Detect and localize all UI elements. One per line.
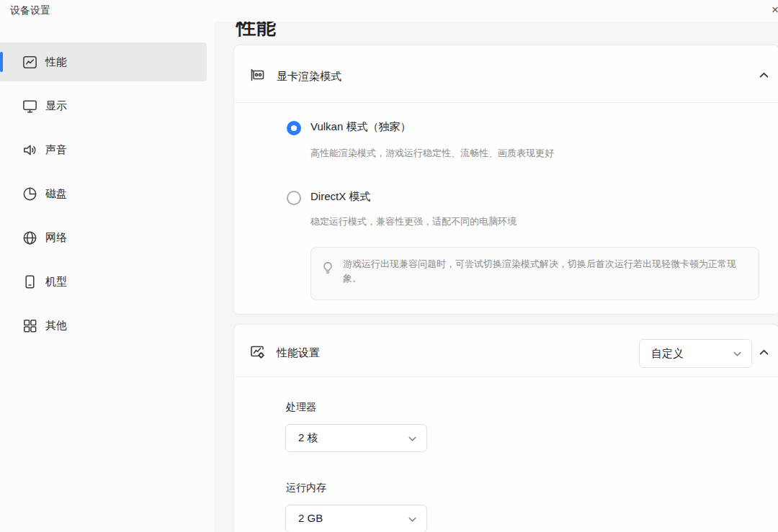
ram-field-label: 运行内存 — [286, 482, 326, 495]
gpu-render-mode-card: 显卡渲染模式 Vulkan 模式（独家） 高性能渲染模式，游戏运行稳定性、流畅性… — [233, 45, 778, 315]
sidebar-item-label: 显示 — [45, 99, 67, 113]
cpu-dropdown[interactable]: 2 核 — [285, 424, 427, 452]
gpu-card-header: 显卡渲染模式 — [234, 45, 778, 103]
sidebar-item-label: 机型 — [45, 275, 67, 289]
ram-dropdown[interactable]: 2 GB — [285, 505, 427, 532]
sidebar-item-network[interactable]: 网络 — [0, 218, 207, 257]
gpu-section-title: 显卡渲染模式 — [277, 70, 341, 84]
performance-icon — [22, 54, 38, 71]
chevron-up-icon[interactable] — [759, 347, 769, 358]
vulkan-radio-description: 高性能渲染模式，游戏运行稳定性、流畅性、画质表现更好 — [310, 147, 554, 160]
sidebar-item-label: 声音 — [45, 143, 67, 157]
monitor-icon — [22, 98, 38, 114]
sidebar-item-label: 磁盘 — [45, 187, 67, 201]
close-icon[interactable]: × — [772, 2, 778, 18]
sidebar-item-sound[interactable]: 声音 — [0, 130, 207, 169]
selected-accent-bar — [0, 52, 3, 72]
page-title: 性能 — [236, 22, 277, 40]
sidebar-item-disk[interactable]: 磁盘 — [0, 174, 207, 213]
performance-settings-card: 性能设置 自定义 处理器 2 核 — [233, 324, 778, 532]
sidebar-item-performance[interactable]: 性能 — [0, 42, 207, 81]
preset-dropdown-value: 自定义 — [651, 347, 684, 361]
directx-radio-label[interactable]: DirectX 模式 — [310, 190, 370, 204]
sidebar-item-display[interactable]: 显示 — [0, 86, 207, 125]
sidebar-item-label: 其他 — [45, 319, 67, 333]
lightbulb-icon — [321, 261, 334, 274]
vulkan-radio[interactable] — [287, 121, 301, 135]
performance-settings-icon — [249, 343, 266, 361]
directx-radio-description: 稳定运行模式，兼容性更强，适配不同的电脑环境 — [310, 215, 517, 228]
pie-chart-icon — [22, 186, 38, 202]
grid-icon — [22, 317, 38, 334]
chevron-down-icon — [733, 349, 742, 359]
sidebar-item-other[interactable]: 其他 — [0, 306, 207, 345]
preset-dropdown[interactable]: 自定义 — [639, 339, 752, 368]
cpu-dropdown-value: 2 核 — [298, 431, 318, 445]
ram-dropdown-value: 2 GB — [298, 512, 323, 524]
vulkan-radio-label[interactable]: Vulkan 模式（独家） — [310, 120, 411, 134]
perf-section-title: 性能设置 — [277, 346, 320, 360]
perf-card-header: 性能设置 自定义 — [234, 325, 778, 377]
sidebar-item-device-model[interactable]: 机型 — [0, 262, 207, 301]
directx-radio[interactable] — [287, 191, 301, 205]
chevron-down-icon — [408, 515, 417, 524]
cpu-field-label: 处理器 — [286, 401, 316, 414]
dialog-title: 设备设置 — [10, 4, 50, 17]
speaker-icon — [22, 142, 38, 158]
globe-icon — [22, 230, 38, 246]
render-mode-tip-text: 游戏运行出现兼容问题时，可尝试切换渲染模式解决，切换后首次运行若出现轻微卡顿为正… — [343, 257, 743, 286]
sidebar-item-label: 性能 — [45, 55, 67, 69]
settings-content: 性能 显卡渲染模式 Vulkan 模式（独家） 高性能渲染模式，游戏运行稳定性、… — [215, 22, 778, 532]
chevron-up-icon[interactable] — [759, 70, 769, 81]
gpu-card-icon — [249, 66, 266, 84]
render-mode-tip-box: 游戏运行出现兼容问题时，可尝试切换渲染模式解决，切换后首次运行若出现轻微卡顿为正… — [310, 247, 759, 300]
sidebar-item-label: 网络 — [45, 231, 67, 245]
chevron-down-icon — [408, 434, 417, 443]
phone-icon — [22, 274, 38, 290]
sidebar: 性能 显示 声音 磁盘 — [0, 22, 215, 532]
